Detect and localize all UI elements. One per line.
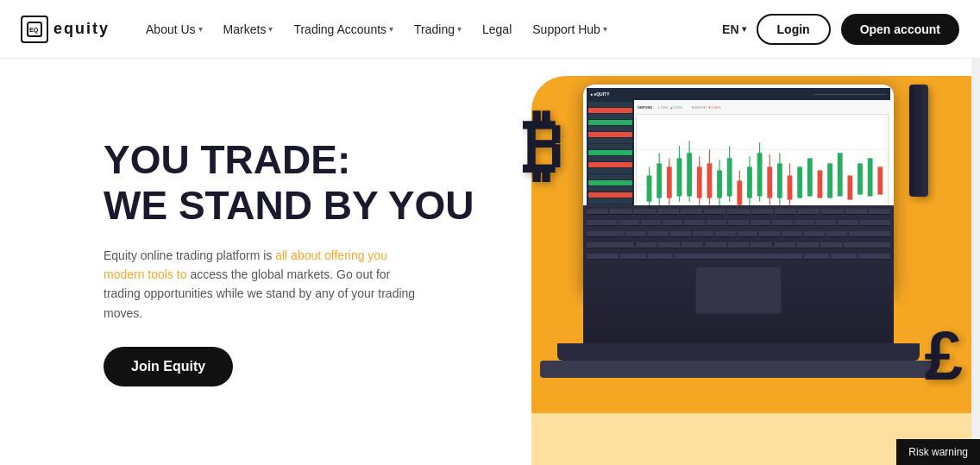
platform-logo: ● eQUITY [590, 91, 609, 97]
nav-actions: EN ▾ Login Open account [722, 14, 959, 45]
svg-rect-36 [807, 158, 813, 196]
nav-markets[interactable]: Markets ▾ [215, 16, 282, 43]
brand-name: eQUITY [53, 20, 110, 38]
chevron-down-icon: ▾ [603, 24, 607, 34]
hero-section: YOU TRADE: WE STAND BY YOU Equity online… [0, 59, 980, 465]
platform-nav: ────────────────────────────── [814, 92, 887, 97]
pound-symbol: £ [925, 317, 964, 396]
nav-trading[interactable]: Trading ▾ [405, 16, 470, 43]
laptop-illustration: ● eQUITY ────────────────────────────── [531, 85, 945, 412]
navbar: EQ eQUITY About Us ▾ Markets ▾ Trading A… [0, 0, 980, 59]
chevron-down-icon: ▾ [457, 24, 462, 34]
nav-links: About Us ▾ Markets ▾ Trading Accounts ▾ … [137, 16, 722, 43]
svg-text:EQ: EQ [29, 27, 39, 34]
hero-title: YOU TRADE: WE STAND BY YOU [104, 137, 474, 229]
chevron-down-icon: ▾ [268, 24, 273, 34]
hero-illustration: ₿ ● eQUITY ─────────────────────────────… [497, 59, 980, 465]
laptop-bottom-bar [540, 361, 937, 378]
nav-about-us[interactable]: About Us ▾ [137, 16, 211, 43]
chevron-down-icon: ▾ [389, 24, 393, 34]
chevron-down-icon: ▾ [742, 24, 746, 34]
open-account-button[interactable]: Open account [841, 14, 959, 45]
svg-rect-40 [847, 175, 852, 199]
svg-rect-43 [877, 167, 883, 194]
laptop-base [557, 343, 920, 361]
hero-description: Equity online trading platform is all ab… [104, 246, 423, 324]
language-selector[interactable]: EN ▾ [722, 22, 745, 36]
svg-rect-39 [838, 153, 843, 196]
nav-trading-accounts[interactable]: Trading Accounts ▾ [285, 16, 402, 43]
laptop-keyboard [583, 205, 894, 359]
join-equity-button[interactable]: Join Equity [104, 347, 233, 386]
bitcoin-symbol: ₿ [523, 102, 562, 191]
nav-support-hub[interactable]: Support Hub ▾ [524, 16, 616, 43]
nav-legal[interactable]: Legal [474, 16, 520, 43]
login-button[interactable]: Login [757, 14, 831, 45]
logo[interactable]: EQ eQUITY [21, 16, 110, 43]
scrollbar[interactable] [971, 0, 980, 465]
black-pillar-decoration [909, 85, 928, 197]
highlight-text: all about offering you modern tools to [104, 248, 387, 281]
risk-warning-badge[interactable]: Risk warning [896, 439, 980, 465]
svg-rect-35 [797, 167, 802, 198]
svg-rect-41 [858, 163, 863, 194]
hero-content: YOU TRADE: WE STAND BY YOU Equity online… [0, 137, 474, 386]
svg-rect-38 [827, 163, 832, 198]
chevron-down-icon: ▾ [198, 24, 203, 34]
logo-icon: EQ [21, 16, 48, 43]
svg-rect-42 [868, 158, 873, 196]
svg-rect-37 [818, 170, 823, 198]
